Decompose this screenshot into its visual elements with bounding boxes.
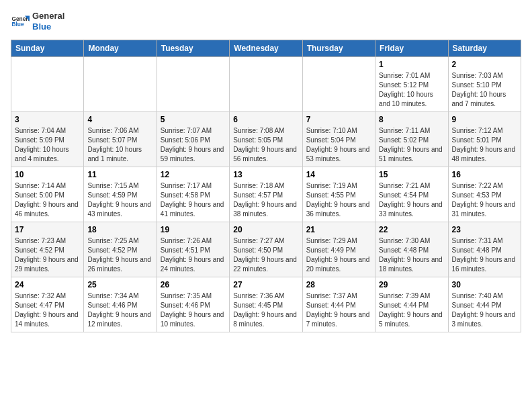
calendar-cell: 11Sunrise: 7:15 AM Sunset: 4:59 PM Dayli… <box>84 167 157 222</box>
day-number: 17 <box>15 225 80 234</box>
calendar-cell: 12Sunrise: 7:17 AM Sunset: 4:58 PM Dayli… <box>157 167 229 222</box>
day-number: 6 <box>233 115 298 124</box>
calendar-cell <box>302 57 375 112</box>
cell-info: Sunrise: 7:27 AM Sunset: 4:50 PM Dayligh… <box>233 236 298 274</box>
logo: General Blue General Blue <box>11 11 64 32</box>
day-number: 13 <box>233 170 298 179</box>
day-number: 21 <box>306 225 371 234</box>
calendar-cell: 10Sunrise: 7:14 AM Sunset: 5:00 PM Dayli… <box>11 167 84 222</box>
logo-icon: General Blue <box>11 12 30 31</box>
cell-info: Sunrise: 7:23 AM Sunset: 4:52 PM Dayligh… <box>15 236 80 274</box>
cell-info: Sunrise: 7:34 AM Sunset: 4:46 PM Dayligh… <box>87 291 152 329</box>
cell-info: Sunrise: 7:36 AM Sunset: 4:45 PM Dayligh… <box>233 291 298 329</box>
calendar-week-row: 3Sunrise: 7:04 AM Sunset: 5:09 PM Daylig… <box>11 112 521 167</box>
calendar-cell: 4Sunrise: 7:06 AM Sunset: 5:07 PM Daylig… <box>84 112 157 167</box>
calendar-cell: 29Sunrise: 7:39 AM Sunset: 4:44 PM Dayli… <box>375 277 448 332</box>
logo-blue: Blue <box>32 21 64 32</box>
day-number: 27 <box>233 280 298 289</box>
day-number: 4 <box>87 115 152 124</box>
day-number: 25 <box>87 280 152 289</box>
calendar-cell: 9Sunrise: 7:12 AM Sunset: 5:01 PM Daylig… <box>448 112 521 167</box>
cell-info: Sunrise: 7:29 AM Sunset: 4:49 PM Dayligh… <box>306 236 371 274</box>
calendar-cell: 19Sunrise: 7:26 AM Sunset: 4:51 PM Dayli… <box>157 222 229 277</box>
cell-info: Sunrise: 7:31 AM Sunset: 4:48 PM Dayligh… <box>452 236 517 274</box>
calendar-cell: 16Sunrise: 7:22 AM Sunset: 4:53 PM Dayli… <box>448 167 521 222</box>
day-number: 19 <box>161 225 226 234</box>
calendar-cell: 2Sunrise: 7:03 AM Sunset: 5:10 PM Daylig… <box>448 57 521 112</box>
calendar-cell <box>230 57 302 112</box>
calendar-cell: 30Sunrise: 7:40 AM Sunset: 4:44 PM Dayli… <box>448 277 521 332</box>
calendar-cell: 13Sunrise: 7:18 AM Sunset: 4:57 PM Dayli… <box>230 167 302 222</box>
weekday-header-wednesday: Wednesday <box>230 40 302 57</box>
calendar-header: SundayMondayTuesdayWednesdayThursdayFrid… <box>11 40 521 57</box>
calendar-cell: 22Sunrise: 7:30 AM Sunset: 4:48 PM Dayli… <box>375 222 448 277</box>
cell-info: Sunrise: 7:21 AM Sunset: 4:54 PM Dayligh… <box>379 181 444 219</box>
cell-info: Sunrise: 7:01 AM Sunset: 5:12 PM Dayligh… <box>379 71 444 109</box>
cell-info: Sunrise: 7:10 AM Sunset: 5:04 PM Dayligh… <box>306 126 371 164</box>
day-number: 22 <box>379 225 444 234</box>
day-number: 18 <box>87 225 152 234</box>
cell-info: Sunrise: 7:08 AM Sunset: 5:05 PM Dayligh… <box>233 126 298 164</box>
calendar-cell: 7Sunrise: 7:10 AM Sunset: 5:04 PM Daylig… <box>302 112 375 167</box>
day-number: 14 <box>306 170 371 179</box>
cell-info: Sunrise: 7:14 AM Sunset: 5:00 PM Dayligh… <box>15 181 80 219</box>
calendar-cell: 1Sunrise: 7:01 AM Sunset: 5:12 PM Daylig… <box>375 57 448 112</box>
cell-info: Sunrise: 7:12 AM Sunset: 5:01 PM Dayligh… <box>452 126 517 164</box>
cell-info: Sunrise: 7:11 AM Sunset: 5:02 PM Dayligh… <box>379 126 444 164</box>
svg-text:Blue: Blue <box>11 21 24 28</box>
day-number: 7 <box>306 115 371 124</box>
day-number: 29 <box>379 280 444 289</box>
cell-info: Sunrise: 7:04 AM Sunset: 5:09 PM Dayligh… <box>15 126 80 164</box>
cell-info: Sunrise: 7:06 AM Sunset: 5:07 PM Dayligh… <box>87 126 152 164</box>
day-number: 8 <box>379 115 444 124</box>
weekday-header-monday: Monday <box>84 40 157 57</box>
day-number: 1 <box>379 60 444 69</box>
cell-info: Sunrise: 7:15 AM Sunset: 4:59 PM Dayligh… <box>87 181 152 219</box>
weekday-header-friday: Friday <box>375 40 448 57</box>
cell-info: Sunrise: 7:32 AM Sunset: 4:47 PM Dayligh… <box>15 291 80 329</box>
calendar-cell: 24Sunrise: 7:32 AM Sunset: 4:47 PM Dayli… <box>11 277 84 332</box>
calendar-cell: 28Sunrise: 7:37 AM Sunset: 4:44 PM Dayli… <box>302 277 375 332</box>
calendar-week-row: 17Sunrise: 7:23 AM Sunset: 4:52 PM Dayli… <box>11 222 521 277</box>
calendar-cell: 23Sunrise: 7:31 AM Sunset: 4:48 PM Dayli… <box>448 222 521 277</box>
day-number: 20 <box>233 225 298 234</box>
day-number: 5 <box>161 115 226 124</box>
calendar-week-row: 10Sunrise: 7:14 AM Sunset: 5:00 PM Dayli… <box>11 167 521 222</box>
weekday-header-saturday: Saturday <box>448 40 521 57</box>
page-header: General Blue General Blue <box>11 11 521 32</box>
cell-info: Sunrise: 7:03 AM Sunset: 5:10 PM Dayligh… <box>452 71 517 109</box>
calendar-week-row: 1Sunrise: 7:01 AM Sunset: 5:12 PM Daylig… <box>11 57 521 112</box>
day-number: 24 <box>15 280 80 289</box>
calendar-week-row: 24Sunrise: 7:32 AM Sunset: 4:47 PM Dayli… <box>11 277 521 332</box>
weekday-header-tuesday: Tuesday <box>157 40 229 57</box>
cell-info: Sunrise: 7:17 AM Sunset: 4:58 PM Dayligh… <box>161 181 226 219</box>
cell-info: Sunrise: 7:07 AM Sunset: 5:06 PM Dayligh… <box>161 126 226 164</box>
calendar-table: SundayMondayTuesdayWednesdayThursdayFrid… <box>11 40 521 332</box>
weekday-header-row: SundayMondayTuesdayWednesdayThursdayFrid… <box>11 40 521 57</box>
cell-info: Sunrise: 7:26 AM Sunset: 4:51 PM Dayligh… <box>161 236 226 274</box>
cell-info: Sunrise: 7:37 AM Sunset: 4:44 PM Dayligh… <box>306 291 371 329</box>
day-number: 12 <box>161 170 226 179</box>
day-number: 16 <box>452 170 517 179</box>
calendar-cell: 27Sunrise: 7:36 AM Sunset: 4:45 PM Dayli… <box>230 277 302 332</box>
day-number: 10 <box>15 170 80 179</box>
day-number: 15 <box>379 170 444 179</box>
calendar-body: 1Sunrise: 7:01 AM Sunset: 5:12 PM Daylig… <box>11 57 521 332</box>
calendar-cell: 20Sunrise: 7:27 AM Sunset: 4:50 PM Dayli… <box>230 222 302 277</box>
calendar-cell: 18Sunrise: 7:25 AM Sunset: 4:52 PM Dayli… <box>84 222 157 277</box>
cell-info: Sunrise: 7:39 AM Sunset: 4:44 PM Dayligh… <box>379 291 444 329</box>
day-number: 2 <box>452 60 517 69</box>
day-number: 30 <box>452 280 517 289</box>
calendar-cell <box>84 57 157 112</box>
calendar-cell <box>157 57 229 112</box>
calendar-cell: 6Sunrise: 7:08 AM Sunset: 5:05 PM Daylig… <box>230 112 302 167</box>
calendar-cell: 21Sunrise: 7:29 AM Sunset: 4:49 PM Dayli… <box>302 222 375 277</box>
cell-info: Sunrise: 7:18 AM Sunset: 4:57 PM Dayligh… <box>233 181 298 219</box>
day-number: 11 <box>87 170 152 179</box>
calendar-cell: 3Sunrise: 7:04 AM Sunset: 5:09 PM Daylig… <box>11 112 84 167</box>
cell-info: Sunrise: 7:35 AM Sunset: 4:46 PM Dayligh… <box>161 291 226 329</box>
day-number: 26 <box>161 280 226 289</box>
calendar-cell: 5Sunrise: 7:07 AM Sunset: 5:06 PM Daylig… <box>157 112 229 167</box>
day-number: 3 <box>15 115 80 124</box>
cell-info: Sunrise: 7:19 AM Sunset: 4:55 PM Dayligh… <box>306 181 371 219</box>
